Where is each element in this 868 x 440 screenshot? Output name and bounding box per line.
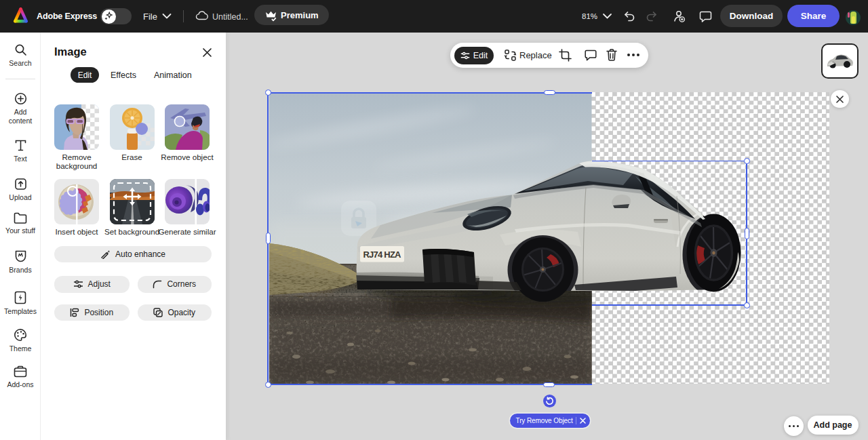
svg-text:RJ74 HZA: RJ74 HZA: [363, 249, 402, 260]
